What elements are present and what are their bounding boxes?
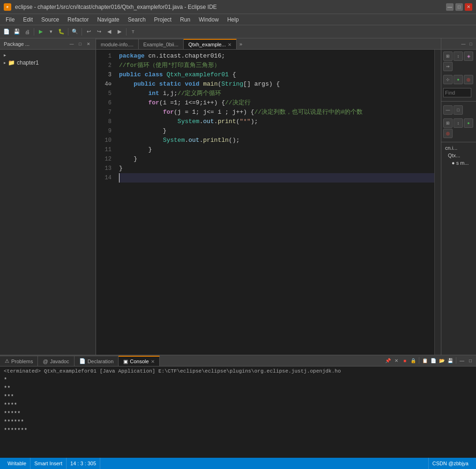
menu-edit[interactable]: Edit <box>19 15 37 24</box>
rt-btn-2[interactable]: ↕ <box>454 51 463 61</box>
outline-item-2[interactable]: Qtx... <box>441 152 476 159</box>
right-toolbar-3: — □ <box>441 103 476 117</box>
code-line-3: public class Qtxh_examplefor01 { <box>119 70 434 80</box>
print-button[interactable]: 🖨 <box>22 27 32 37</box>
code-editor[interactable]: 1 2 3 4⊖ 5 6 7 8 9 10 11 12 13 14 <box>96 50 434 355</box>
tab-overflow-btn[interactable]: » <box>237 39 245 49</box>
run-dropdown[interactable]: ▾ <box>46 27 56 37</box>
redo-button[interactable]: ↪ <box>94 27 104 37</box>
code-line-14 <box>119 173 434 183</box>
rt-btn-5[interactable]: ⊹ <box>443 75 453 84</box>
collapse-all-btn[interactable]: ▸ <box>0 51 96 59</box>
menu-refactor[interactable]: Refactor <box>64 15 92 24</box>
debug-button[interactable]: 🐛 <box>57 27 66 37</box>
rt-btn-3[interactable]: ◈ <box>464 51 473 61</box>
console-save-btn[interactable]: 💾 <box>446 357 454 364</box>
code-line-9: } <box>119 126 434 136</box>
console-copy-btn[interactable]: 📋 <box>421 357 429 364</box>
find-input[interactable] <box>443 88 471 97</box>
menu-search[interactable]: Search <box>124 15 149 24</box>
console-tab-close[interactable]: ✕ <box>151 359 155 364</box>
tab-example[interactable]: Example_0bii... <box>139 39 184 49</box>
right-panel-header: — □ <box>441 38 476 50</box>
console-content[interactable]: <terminated> Qtxh_examplefor01 [Java App… <box>0 366 476 458</box>
tab-module-info[interactable]: module-info.... <box>96 39 139 49</box>
code-content[interactable]: package cn.itcast.chapter016; //for循环（使用… <box>117 50 434 355</box>
bottom-tab-declaration-label: Declaration <box>88 359 114 364</box>
editor-area: module-info.... Example_0bii... Qtxh_exa… <box>96 38 441 355</box>
rt-btn-10[interactable]: ⊞ <box>443 118 453 128</box>
search-button[interactable]: 🔍 <box>70 27 80 37</box>
rt-btn-11[interactable]: ↕ <box>454 118 463 128</box>
status-bar: Writable Smart Insert 14 : 3 : 305 CSDN … <box>0 458 476 469</box>
rt-btn-7[interactable]: ◎ <box>464 75 473 84</box>
bottom-tab-problems[interactable]: ⚠ Problems <box>0 356 38 366</box>
outline-item-1[interactable]: cn.i... <box>441 144 476 152</box>
close-button[interactable]: ✕ <box>465 3 472 11</box>
line-10: 10 <box>96 136 113 145</box>
editor-tab-bar: module-info.... Example_0bii... Qtxh_exa… <box>96 38 441 50</box>
bottom-tab-controls: 📌 ✕ ■ 🔒 📋 📄 📂 💾 — □ <box>382 355 476 366</box>
outline-item-3[interactable]: ● s m... <box>441 159 476 167</box>
bottom-tab-console[interactable]: ▣ Console ✕ <box>119 356 159 366</box>
rt-btn-9[interactable]: □ <box>454 105 463 115</box>
console-pin-btn[interactable]: 📌 <box>384 357 392 364</box>
minimize-button[interactable]: — <box>446 3 454 11</box>
line-numbers: 1 2 3 4⊖ 5 6 7 8 9 10 11 12 13 14 <box>96 50 117 355</box>
forward-button[interactable]: ▶ <box>115 27 124 37</box>
menu-file[interactable]: File <box>2 15 18 24</box>
rt-btn-12[interactable]: ● <box>464 118 473 128</box>
console-terminated: <terminated> Qtxh_examplefor01 [Java App… <box>4 368 472 374</box>
line-11: 11 <box>96 145 113 154</box>
new-button[interactable]: 📄 <box>2 27 11 37</box>
toolbar-sep-3 <box>82 28 82 36</box>
menu-help[interactable]: Help <box>223 15 243 24</box>
menu-project[interactable]: Project <box>150 15 175 24</box>
rt-btn-1[interactable]: ⊞ <box>443 51 453 61</box>
javadoc-icon: @ <box>43 359 48 364</box>
window-title: eclipse - chapter1/src/cn/itcast/chapter… <box>15 4 442 10</box>
panel-minimize-btn[interactable]: — <box>68 41 75 47</box>
tab-close-qtxh[interactable]: ✕ <box>228 42 231 47</box>
right-panel: — □ ⊞ ↕ ◈ ⇒ ⊹ ● ◎ — □ ⊞ ↕ ● ◎ <box>441 38 476 355</box>
tab-qtxh[interactable]: Qtxh_example... ✕ <box>184 39 237 49</box>
menu-window[interactable]: Window <box>195 15 223 24</box>
rt-btn-4[interactable]: ⇒ <box>443 62 453 71</box>
right-minimize-btn[interactable]: — <box>460 41 467 47</box>
console-line-2: ** <box>4 384 472 393</box>
back-button[interactable]: ◀ <box>104 27 114 37</box>
console-clear-btn[interactable]: ✕ <box>393 357 400 364</box>
menu-source[interactable]: Source <box>37 15 63 24</box>
line-6: 6 <box>96 98 113 108</box>
btc-sep <box>419 357 419 364</box>
maximize-button[interactable]: □ <box>455 3 463 11</box>
bottom-tab-javadoc[interactable]: @ Javadoc <box>38 356 74 366</box>
menu-run[interactable]: Run <box>176 15 194 24</box>
tab-label-module-info: module-info.... <box>101 42 134 47</box>
console-paste-btn[interactable]: 📄 <box>430 357 437 364</box>
open-type-button[interactable]: T <box>128 27 138 37</box>
console-line-5: ***** <box>4 410 472 418</box>
rt-btn-6[interactable]: ● <box>454 75 463 84</box>
panel-maximize-btn[interactable]: □ <box>77 41 83 47</box>
bottom-tab-declaration[interactable]: 📄 Declaration <box>74 356 119 366</box>
run-button[interactable]: ▶ <box>36 27 45 37</box>
undo-button[interactable]: ↩ <box>84 27 93 37</box>
package-tree: ▸ ▸ 📁 chapter1 <box>0 50 96 355</box>
right-maximize-btn[interactable]: □ <box>468 41 474 47</box>
console-stop-btn[interactable]: ■ <box>401 357 409 364</box>
console-maximize-btn[interactable]: □ <box>467 357 474 364</box>
rt-btn-13[interactable]: ◎ <box>443 129 453 138</box>
menu-navigate[interactable]: Navigate <box>93 15 123 24</box>
right-toolbar: ⊞ ↕ ◈ ⇒ <box>441 50 476 73</box>
panel-close-btn[interactable]: ✕ <box>85 41 92 47</box>
console-line-4: **** <box>4 401 472 410</box>
console-line-3: *** <box>4 393 472 401</box>
rt-btn-8[interactable]: — <box>443 105 453 115</box>
code-line-8: System.out.print("*"); <box>119 117 434 126</box>
tree-item-chapter1[interactable]: ▸ 📁 chapter1 <box>0 59 96 67</box>
console-scroll-lock-btn[interactable]: 🔒 <box>409 357 417 364</box>
save-button[interactable]: 💾 <box>12 27 22 37</box>
console-minimize-btn[interactable]: — <box>458 357 466 364</box>
console-open-btn[interactable]: 📂 <box>438 357 446 364</box>
